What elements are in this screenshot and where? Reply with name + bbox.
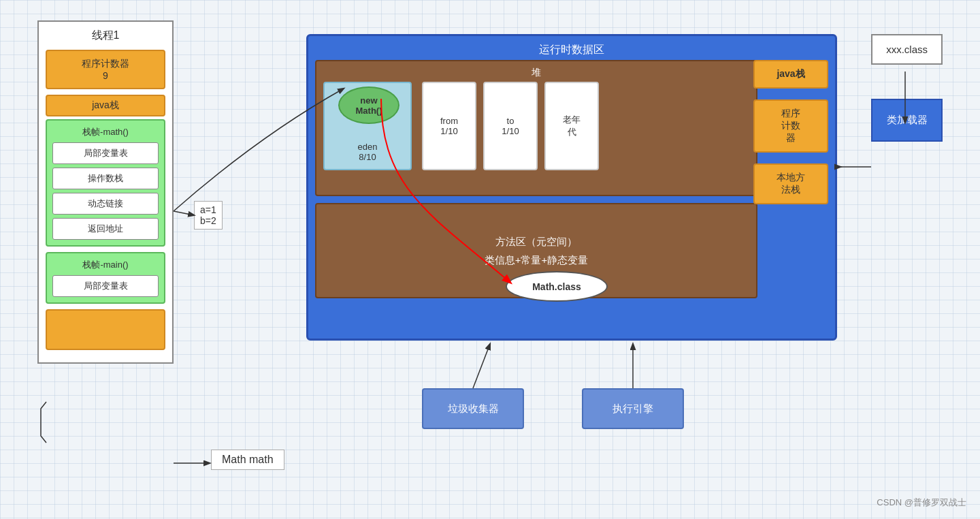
new-math-ellipse: new Math() [338, 86, 399, 124]
to-label: to 1/10 [502, 116, 519, 136]
method-area-line2: 类信息+常量+静态变量 [485, 251, 589, 269]
garbage-collector-box: 垃圾收集器 [422, 388, 524, 429]
math-math-label: Math math [211, 450, 284, 470]
from-box: from 1/10 [422, 82, 476, 170]
local-method-stack-label: 本地方 法栈 [777, 172, 805, 195]
from-label: from 1/10 [440, 116, 458, 136]
program-counter-right-box: 程序 计数 器 [753, 99, 828, 153]
math-class-ellipse: Math.class [506, 271, 608, 302]
thread1-bottom-orange [46, 309, 165, 350]
eden-label: eden 8/10 [325, 142, 410, 162]
runtime-title: 运行时数据区 [315, 43, 828, 57]
old-gen-label: 老年 代 [563, 114, 581, 138]
classloader-box: 类加载器 [871, 99, 943, 142]
dynamic-link: 动态链接 [52, 193, 159, 215]
return-addr: 返回地址 [52, 218, 159, 240]
right-section: xxx.class 类加载器 [871, 34, 943, 142]
java-stack-label: java栈 [92, 99, 119, 110]
thread1-title: 线程1 [46, 29, 165, 43]
eden-box: new Math() eden 8/10 [323, 82, 412, 170]
operand-stack: 操作数栈 [52, 168, 159, 189]
stack-frame-main-section: 栈帧-main() 局部变量表 [46, 252, 165, 304]
heap-title: 堆 [322, 67, 751, 79]
xxx-class-box: xxx.class [871, 34, 943, 65]
program-counter-label: 程序计数器 9 [82, 58, 129, 81]
java-stack-label-box: java栈 [46, 95, 165, 116]
watermark: CSDN @普修罗双战士 [877, 497, 966, 509]
garbage-collector-label: 垃圾收集器 [448, 403, 499, 415]
program-counter-box: 程序计数器 9 [46, 50, 165, 89]
method-area-line1: 方法区（元空间） [485, 232, 589, 251]
stack-frame-main-title: 栈帧-main() [52, 259, 159, 271]
runtime-right: java栈 程序 计数 器 本地方 法栈 [753, 60, 828, 210]
math-class-ellipse-label: Math.class [532, 281, 581, 292]
eden-label-text: eden 8/10 [358, 142, 378, 162]
to-box: to 1/10 [483, 82, 538, 170]
local-var-table-main: 局部变量表 [52, 275, 159, 297]
svg-line-0 [174, 211, 194, 215]
stack-frame-math-section: 栈帧-math() 局部变量表 操作数栈 动态链接 返回地址 [46, 119, 165, 247]
new-math-label: new Math() [356, 95, 382, 116]
svg-line-2 [473, 344, 490, 388]
ab-label: a=1 b=2 [194, 201, 223, 230]
java-stack-right-box: java栈 [753, 60, 828, 89]
heap-inner-boxes: from 1/10 to 1/10 老年 代 [422, 82, 599, 170]
local-var-table-math: 局部变量表 [52, 142, 159, 164]
old-gen-box: 老年 代 [544, 82, 599, 170]
execution-engine-box: 执行引擎 [582, 388, 684, 429]
method-area-text: 方法区（元空间） 类信息+常量+静态变量 [485, 232, 589, 269]
ab-value: a=1 b=2 [200, 204, 216, 226]
runtime-area: 运行时数据区 堆 new Math() eden 8/10 from 1/10 … [306, 34, 837, 341]
stack-frame-math-title: 栈帧-math() [52, 126, 159, 138]
local-method-stack-box: 本地方 法栈 [753, 163, 828, 204]
heap-area: 堆 new Math() eden 8/10 from 1/10 to 1/10… [315, 60, 757, 196]
program-counter-right-label: 程序 计数 器 [781, 108, 800, 143]
execution-engine-label: 执行引擎 [612, 403, 653, 415]
thread1-container: 线程1 程序计数器 9 java栈 栈帧-math() 局部变量表 操作数栈 动… [37, 20, 174, 364]
